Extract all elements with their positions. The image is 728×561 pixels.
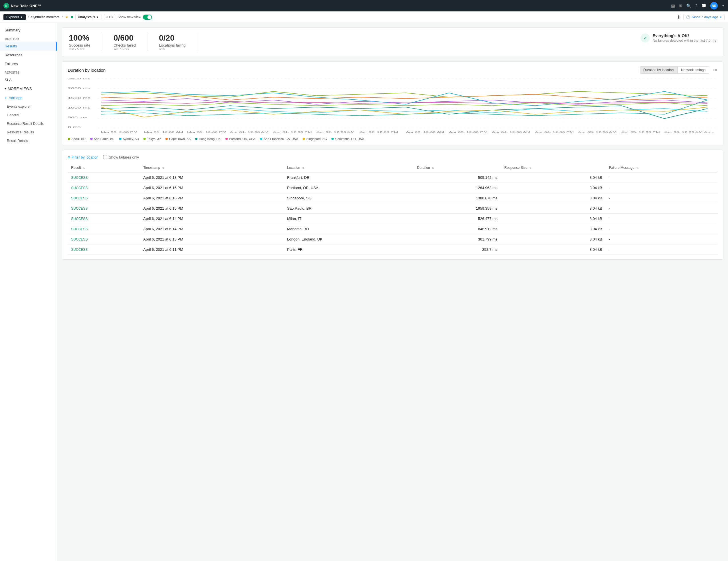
sidebar-item-results[interactable]: Results <box>0 42 57 51</box>
duration-cell: 252.7 ms <box>414 245 501 255</box>
location-header: Location ⇅ <box>284 163 414 172</box>
legend-label: Hong Kong, HK <box>199 137 221 141</box>
svg-text:Apr 03, 12:00 AM: Apr 03, 12:00 AM <box>406 131 444 133</box>
tag-button[interactable]: 🏷 8 <box>104 14 115 20</box>
table-row[interactable]: SUCCESS April 6, 2021 at 6:11 PM Paris, … <box>68 245 717 255</box>
duration-cell: 846.912 ms <box>414 224 501 234</box>
search-icon[interactable]: 🔍 <box>686 3 691 8</box>
duration-cell: 1264.963 ms <box>414 183 501 193</box>
top-nav-icons: ▦ ⊞ 🔍 ? 💬 NR ▼ <box>671 2 725 9</box>
nr-logo[interactable]: N New Relic ONE™ <box>3 3 41 9</box>
svg-text:Apr 01, 12:00 AM: Apr 01, 12:00 AM <box>230 131 269 133</box>
sidebar-item-resource-result-details[interactable]: Resource Result Details <box>0 119 57 128</box>
dropdown-chevron-icon[interactable]: ▼ <box>722 4 725 7</box>
table-row[interactable]: SUCCESS April 6, 2021 at 6:16 PM Portlan… <box>68 183 717 193</box>
table-row[interactable]: SUCCESS April 6, 2021 at 6:18 PM Frankfu… <box>68 172 717 183</box>
table-row[interactable]: SUCCESS April 6, 2021 at 6:16 PM Singapo… <box>68 193 717 203</box>
sidebar-section-monitor: MONITOR <box>0 35 57 42</box>
table-row[interactable]: SUCCESS April 6, 2021 at 6:14 PM Milan, … <box>68 214 717 224</box>
main-layout: Summary MONITOR Results Resources Failur… <box>0 23 728 561</box>
failure-message-cell: - <box>606 234 717 245</box>
sidebar-item-events-explorer[interactable]: Events explorer <box>0 102 57 111</box>
more-views-chevron-icon: ▾ <box>5 87 6 90</box>
new-view-toggle-switch[interactable] <box>143 15 152 20</box>
svg-text:Apr 05, 12:00 AM: Apr 05, 12:00 AM <box>578 131 617 133</box>
bar-chart-icon[interactable]: ▦ <box>671 3 675 8</box>
response-size-cell: 3.04 kB <box>501 203 606 214</box>
status-badge: SUCCESS <box>71 207 88 211</box>
filter-icon: ≡ <box>68 155 70 159</box>
timestamp-header: Timestamp ⇅ <box>140 163 284 172</box>
monitor-section-label: MONITOR <box>5 37 19 41</box>
duration-by-location-tab[interactable]: Duration by location <box>640 66 677 74</box>
show-failures-checkbox-input[interactable] <box>103 155 107 159</box>
sidebar-item-resource-results[interactable]: Resource Results <box>0 128 57 137</box>
chart-title: Duration by location <box>68 68 106 73</box>
response-size-cell: 3.04 kB <box>501 224 606 234</box>
tag-count: 8 <box>111 15 113 19</box>
response-size-sort-icon[interactable]: ⇅ <box>529 166 531 169</box>
chart-card: Duration by location Duration by locatio… <box>62 61 723 145</box>
analytics-chevron-icon: ▼ <box>96 16 99 19</box>
user-avatar[interactable]: NR <box>710 2 718 9</box>
sidebar-item-result-details[interactable]: Result Details <box>0 137 57 145</box>
explorer-label: Explorer <box>6 15 19 19</box>
breadcrumb-synthetic-monitors[interactable]: Synthetic monitors <box>31 15 59 19</box>
location-sort-icon[interactable]: ⇅ <box>302 166 304 169</box>
explorer-button[interactable]: Explorer ▼ <box>3 14 26 20</box>
legend-label: Tokyo, JP <box>147 137 161 141</box>
status-badge: SUCCESS <box>71 186 88 190</box>
general-label: General <box>7 113 19 117</box>
legend-color-dot <box>303 138 305 140</box>
failure-message-cell: - <box>606 172 717 183</box>
legend-item: Seoul, KR <box>68 137 86 141</box>
checks-failed-value: 0/600 <box>113 33 136 43</box>
analytics-monitor-button[interactable]: Analytics.js ▼ <box>75 14 101 20</box>
svg-text:Apr 02, 12:00 PM: Apr 02, 12:00 PM <box>359 131 398 133</box>
location-cell: São Paulo, BR <box>284 203 414 214</box>
table-row[interactable]: SUCCESS April 6, 2021 at 6:13 PM London,… <box>68 234 717 245</box>
show-failures-only-checkbox[interactable]: Show failures only <box>103 155 139 159</box>
status-badge: SUCCESS <box>71 237 88 241</box>
sidebar-item-more-views[interactable]: ▾ MORE VIEWS <box>0 84 57 93</box>
legend-label: Singapore, SG <box>306 137 327 141</box>
favorite-star-icon[interactable]: ★ <box>65 15 69 19</box>
result-cell: SUCCESS <box>68 224 140 234</box>
response-size-cell: 3.04 kB <box>501 172 606 183</box>
duration-cell: 505.142 ms <box>414 172 501 183</box>
export-button[interactable]: ⬆ <box>677 14 681 20</box>
timestamp-sort-icon[interactable]: ⇅ <box>162 166 164 169</box>
sidebar-item-sla[interactable]: SLA <box>0 75 57 84</box>
legend-color-dot <box>225 138 228 140</box>
sidebar-item-resources[interactable]: Resources <box>0 51 57 59</box>
grid-icon[interactable]: ⊞ <box>679 3 682 8</box>
chart-more-icon[interactable]: ••• <box>713 68 717 72</box>
sidebar-item-summary[interactable]: Summary <box>0 26 57 35</box>
help-icon[interactable]: ? <box>695 3 697 8</box>
reports-section-label: REPORTS <box>5 71 19 74</box>
network-timings-tab[interactable]: Network timings <box>677 66 709 74</box>
duration-cell: 1959.359 ms <box>414 203 501 214</box>
aok-description: No failures detected within the last 7.5… <box>653 39 716 43</box>
duration-cell: 526.477 ms <box>414 214 501 224</box>
table-row[interactable]: SUCCESS April 6, 2021 at 6:15 PM São Pau… <box>68 203 717 214</box>
table-row[interactable]: SUCCESS April 6, 2021 at 6:14 PM Manama,… <box>68 224 717 234</box>
sidebar-item-general[interactable]: General <box>0 111 57 119</box>
duration-cell: 301.799 ms <box>414 234 501 245</box>
result-sort-icon[interactable]: ⇅ <box>83 166 85 169</box>
location-cell: Manama, BH <box>284 224 414 234</box>
chart-controls: Duration by location Network timings ••• <box>640 66 717 74</box>
time-range-button[interactable]: 🕐 Since 7 days ago ▼ <box>683 14 725 20</box>
timestamp-cell: April 6, 2021 at 6:16 PM <box>140 193 284 203</box>
legend-item: Tokyo, JP <box>143 137 161 141</box>
status-green-dot <box>71 16 73 18</box>
chat-icon[interactable]: 💬 <box>701 3 706 8</box>
location-cell: Portland, OR, USA <box>284 183 414 193</box>
sidebar-item-add-app[interactable]: + Add app <box>0 93 57 102</box>
sidebar-section-reports: REPORTS <box>0 68 57 75</box>
failure-message-sort-icon[interactable]: ⇅ <box>636 166 639 169</box>
sidebar-item-failures[interactable]: Failures <box>0 59 57 68</box>
resource-results-label: Resource Results <box>7 130 34 134</box>
duration-sort-icon[interactable]: ⇅ <box>432 166 434 169</box>
filter-by-location-button[interactable]: ≡ Filter by location <box>68 155 99 159</box>
